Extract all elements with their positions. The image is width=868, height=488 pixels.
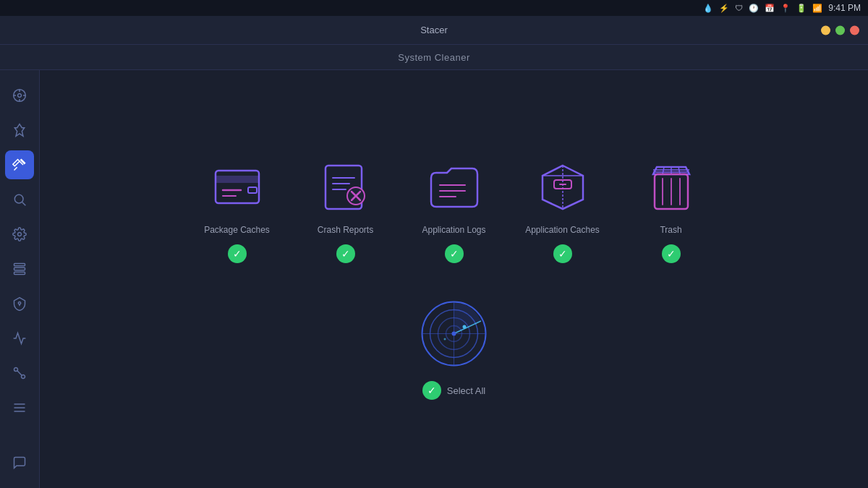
select-all-row[interactable]: ✓ Select All (422, 381, 485, 400)
clean-item-application-logs[interactable]: Application Logs ✓ (411, 158, 498, 264)
trash-check[interactable]: ✓ (662, 244, 681, 263)
svg-point-8 (18, 233, 22, 236)
sidebar-item-apt[interactable] (5, 254, 34, 283)
select-all-label: Select All (447, 385, 485, 396)
clean-item-crash-reports[interactable]: Crash Reports ✓ (302, 158, 389, 264)
crash-reports-check[interactable]: ✓ (336, 244, 355, 263)
svg-point-14 (22, 375, 25, 379)
status-icon-wifi: 📶 (812, 4, 822, 13)
status-icon-calendar: 📅 (765, 4, 775, 13)
clean-items-row: Package Caches ✓ (194, 158, 715, 264)
system-statusbar: 💧 ⚡ 🛡 🕐 📅 📍 🔋 📶 9:41 PM (0, 0, 868, 16)
minimize-button[interactable] (821, 25, 830, 35)
maximize-button[interactable] (835, 25, 845, 35)
application-caches-icon (530, 158, 595, 216)
status-icon-clock: 🕐 (749, 4, 759, 13)
content-area: Package Caches ✓ (40, 70, 868, 488)
window-controls (821, 25, 859, 35)
svg-line-15 (17, 371, 22, 375)
svg-point-6 (14, 194, 23, 203)
titlebar: Stacer (0, 16, 868, 45)
svg-point-56 (444, 338, 446, 341)
application-caches-check[interactable]: ✓ (553, 244, 572, 263)
close-button[interactable] (850, 25, 859, 35)
clean-item-package-caches[interactable]: Package Caches ✓ (194, 158, 281, 264)
crash-reports-icon (313, 158, 378, 216)
svg-line-38 (663, 167, 664, 174)
sidebar-item-search[interactable] (5, 185, 34, 214)
application-logs-check[interactable]: ✓ (445, 244, 464, 263)
svg-point-54 (452, 332, 456, 336)
trash-icon (639, 158, 704, 216)
sidebar-item-dashboard[interactable] (5, 81, 34, 110)
svg-line-7 (22, 202, 26, 206)
application-caches-label: Application Caches (525, 225, 600, 236)
trash-label: Trash (660, 225, 681, 236)
sidebar-item-tools[interactable] (5, 359, 34, 388)
subtitle-label: System Cleaner (398, 52, 469, 63)
scan-button[interactable] (420, 299, 488, 368)
package-caches-label: Package Caches (204, 225, 270, 236)
status-icon-drop: 💧 (703, 4, 713, 13)
clean-item-application-caches[interactable]: Application Caches ✓ (519, 158, 606, 264)
system-time: 9:41 PM (828, 3, 861, 13)
sidebar-item-cleaner[interactable] (5, 150, 34, 179)
main-layout: Package Caches ✓ (0, 70, 868, 488)
app-title: Stacer (420, 25, 448, 35)
sidebar-item-settings[interactable] (5, 220, 34, 249)
status-icon-battery: 🔋 (796, 4, 807, 13)
package-caches-check[interactable]: ✓ (228, 244, 247, 263)
svg-rect-9 (14, 264, 25, 266)
svg-rect-10 (14, 267, 25, 270)
status-icon-power: ⚡ (719, 4, 729, 13)
sidebar-item-security[interactable] (5, 289, 34, 318)
svg-rect-23 (248, 187, 257, 193)
svg-point-55 (463, 325, 467, 329)
sidebar-item-startup[interactable] (5, 116, 34, 145)
svg-rect-11 (14, 272, 25, 274)
sidebar-item-more[interactable] (5, 393, 34, 422)
svg-line-40 (678, 167, 680, 174)
status-icon-location: 📍 (780, 4, 791, 13)
sidebar-item-resources[interactable] (5, 324, 34, 353)
package-caches-icon (205, 158, 270, 216)
sidebar (0, 70, 40, 488)
scan-area: ✓ Select All (420, 299, 488, 400)
sidebar-item-chat[interactable] (5, 448, 34, 477)
crash-reports-label: Crash Reports (318, 225, 373, 236)
status-icon-shield: 🛡 (735, 4, 743, 12)
application-logs-label: Application Logs (422, 225, 485, 236)
svg-point-13 (14, 368, 18, 372)
clean-item-trash[interactable]: Trash ✓ (628, 158, 715, 264)
svg-point-1 (18, 94, 22, 98)
application-logs-icon (422, 158, 487, 216)
subtitle-bar: System Cleaner (0, 45, 868, 70)
select-all-check[interactable]: ✓ (422, 381, 441, 400)
svg-point-12 (18, 302, 20, 304)
svg-rect-20 (216, 176, 259, 183)
